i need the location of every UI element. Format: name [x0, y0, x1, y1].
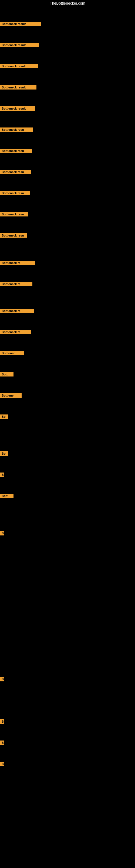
bottleneck-result-badge: Bo [0, 452, 8, 456]
bottleneck-result-badge: B [0, 677, 4, 681]
bottleneck-result-badge: Bottleneck resu [0, 127, 33, 132]
bottleneck-result-badge: Bottlenec [0, 351, 24, 355]
bottleneck-result-badge: B [0, 472, 4, 477]
bottleneck-result-badge: B [0, 531, 4, 535]
bottleneck-result-badge: Bottleneck resu [0, 149, 32, 153]
bottleneck-result-badge: Bottleneck re [0, 261, 35, 265]
bottleneck-result-badge: Bottleneck resu [0, 170, 31, 174]
bottleneck-result-badge: Bottleneck resu [0, 191, 30, 195]
bottleneck-result-badge: Bo [0, 414, 8, 419]
bottleneck-result-badge: Bottleneck result [0, 64, 38, 68]
bottleneck-result-badge: Bottlene [0, 393, 21, 398]
bottleneck-result-badge: Bottleneck result [0, 85, 37, 90]
bottleneck-result-badge: B [0, 741, 4, 745]
bottleneck-result-badge: B [0, 719, 4, 724]
bottleneck-result-badge: Bottleneck result [0, 43, 39, 47]
bottleneck-result-badge: Bottleneck result [0, 22, 41, 26]
bottleneck-result-badge: B [0, 762, 4, 766]
bottleneck-result-badge: Bottleneck resu [0, 233, 27, 238]
bottleneck-result-badge: Bottleneck re [0, 330, 31, 334]
bottleneck-result-badge: Bottleneck resu [0, 212, 28, 216]
bottleneck-result-badge: Bottleneck re [0, 309, 34, 313]
site-title: TheBottlenecker.com [0, 0, 135, 6]
bottleneck-result-badge: Bottleneck re [0, 282, 32, 286]
bottleneck-result-badge: Bottleneck result [0, 106, 35, 111]
bottleneck-result-badge: Bott [0, 372, 13, 376]
bottleneck-result-badge: Bott [0, 494, 13, 498]
